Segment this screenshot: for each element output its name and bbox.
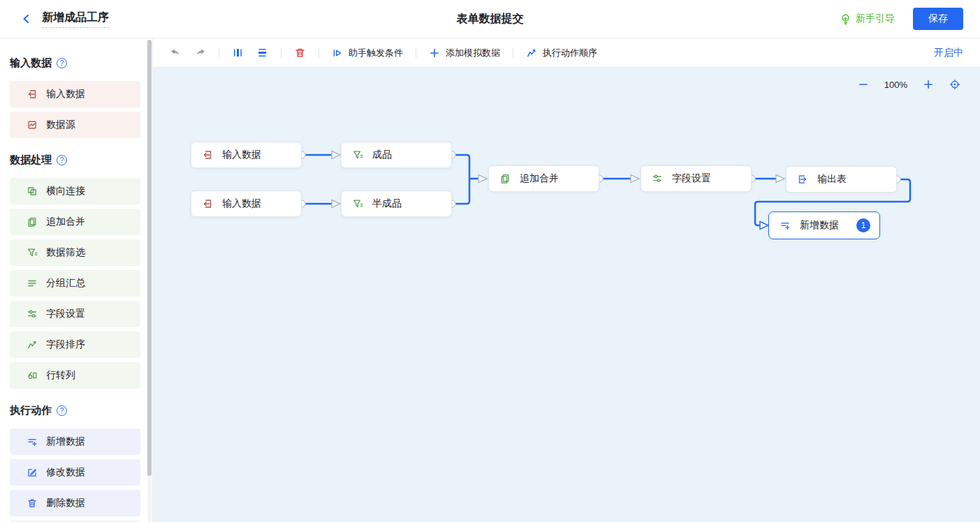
divider xyxy=(416,47,416,58)
back-button[interactable] xyxy=(17,9,36,29)
sidebar-item-label: 修改数据 xyxy=(46,466,85,479)
node-label: 输入数据 xyxy=(222,197,261,210)
sidebar-scrollbar[interactable] xyxy=(147,40,152,522)
fit-view-icon[interactable] xyxy=(949,79,960,90)
help-icon[interactable]: ? xyxy=(57,155,67,165)
row-to-column-icon xyxy=(27,370,38,381)
play-bar-icon xyxy=(332,47,343,59)
doc-export-icon xyxy=(797,174,808,185)
group-summary-icon xyxy=(27,278,38,289)
doc-import-icon xyxy=(202,149,213,161)
sidebar-item-label: 分组汇总 xyxy=(46,277,85,290)
scrollbar-thumb[interactable] xyxy=(147,40,152,476)
sidebar-item-label: 数据筛选 xyxy=(46,246,85,259)
sidebar-item-field-sort[interactable]: 字段排序 xyxy=(10,331,140,358)
section-title-actions: 执行动作 ? xyxy=(10,404,140,417)
zoom-level: 100% xyxy=(884,80,907,90)
sidebar-item-label: 字段排序 xyxy=(46,338,85,351)
add-data-icon xyxy=(27,436,38,447)
workflow-canvas[interactable]: 100% xyxy=(153,68,980,522)
node-label: 追加合并 xyxy=(520,172,559,185)
sort-chart-icon xyxy=(27,339,38,350)
node-filter-finished[interactable]: 成品 xyxy=(341,142,452,168)
save-button[interactable]: 保存 xyxy=(913,8,963,30)
sidebar-item-field-settings[interactable]: 字段设置 xyxy=(10,301,140,327)
filter-icon xyxy=(27,247,38,258)
header: 新增成品工序 表单数据提交 新手引导 保存 xyxy=(0,0,980,38)
canvas-toolbar: 助手触发条件 添加模拟数据 执行动作顺序 开启中 xyxy=(153,38,980,68)
sliders-icon xyxy=(652,173,663,184)
node-label: 新增数据 xyxy=(800,219,839,232)
workflow-editor-app: 新增成品工序 表单数据提交 新手引导 保存 输入数据 ? 输入数据 数据源 xyxy=(0,0,980,522)
sidebar-item-row-to-column[interactable]: 行转列 xyxy=(10,362,140,389)
sidebar-item-edit-data[interactable]: 修改数据 xyxy=(10,459,140,486)
node-filter-semi-finished[interactable]: 半成品 xyxy=(341,191,452,217)
beginner-guide-label: 新手引导 xyxy=(856,13,895,25)
sidebar-item-add-data[interactable]: 新增数据 xyxy=(10,428,140,455)
node-label: 输出表 xyxy=(817,173,847,186)
page-title: 新增成品工序 xyxy=(42,10,109,28)
sidebar-item-data-filter[interactable]: 数据筛选 xyxy=(10,239,140,266)
redo-icon[interactable] xyxy=(194,47,206,59)
sidebar-item-label: 数据源 xyxy=(46,119,75,131)
sidebar-item-input-data[interactable]: 输入数据 xyxy=(10,81,140,107)
node-input-data-1[interactable]: 输入数据 xyxy=(191,142,302,168)
sidebar-item-label: 字段设置 xyxy=(46,308,85,320)
sidebar-item-label: 横向连接 xyxy=(46,185,85,197)
append-merge-icon xyxy=(499,173,511,184)
zoom-out-icon[interactable] xyxy=(858,79,869,90)
doc-import-icon xyxy=(27,89,38,100)
sidebar-item-label: 追加合并 xyxy=(46,216,85,228)
filter-icon xyxy=(352,149,363,161)
node-input-data-2[interactable]: 输入数据 xyxy=(191,191,302,217)
add-mock-data-button[interactable]: 添加模拟数据 xyxy=(429,47,500,59)
sidebar-item-label: 行转列 xyxy=(46,369,75,382)
zoom-in-icon[interactable] xyxy=(923,79,934,90)
sidebar-item-datasource[interactable]: 数据源 xyxy=(10,112,140,138)
sidebar-item-label: 输入数据 xyxy=(46,88,85,100)
section-title-data-processing: 数据处理 ? xyxy=(10,154,140,167)
divider xyxy=(319,47,319,58)
undo-icon[interactable] xyxy=(170,47,182,59)
node-label: 字段设置 xyxy=(672,172,711,185)
trash-icon xyxy=(27,498,38,509)
action-order-button[interactable]: 执行动作顺序 xyxy=(526,47,597,59)
sidebar-item-delete-data[interactable]: 删除数据 xyxy=(10,490,140,516)
delete-icon[interactable] xyxy=(294,47,306,59)
align-horizontal-center-icon[interactable] xyxy=(232,47,244,59)
node-output-table[interactable]: 输出表 xyxy=(786,166,897,193)
plus-icon xyxy=(429,47,440,59)
append-merge-icon xyxy=(27,216,38,228)
connector-layer xyxy=(153,68,980,522)
status-enabled[interactable]: 开启中 xyxy=(934,47,963,59)
node-append-merge[interactable]: 追加合并 xyxy=(488,165,599,192)
sidebar-item-group-summary[interactable]: 分组汇总 xyxy=(10,270,140,297)
order-chart-icon xyxy=(526,47,537,59)
divider xyxy=(281,47,281,58)
section-title-input-data: 输入数据 ? xyxy=(10,57,140,70)
sidebar-item-append-merge[interactable]: 追加合并 xyxy=(10,209,140,235)
divider xyxy=(513,47,513,58)
doc-import-icon xyxy=(202,198,213,209)
sidebar-item-label: 删除数据 xyxy=(46,497,85,509)
assistant-trigger-button[interactable]: 助手触发条件 xyxy=(332,47,403,59)
form-title: 表单数据提交 xyxy=(0,12,980,27)
node-field-settings[interactable]: 字段设置 xyxy=(641,165,752,192)
datasource-icon xyxy=(27,119,38,130)
sidebar-item-horizontal-join[interactable]: 横向连接 xyxy=(10,178,140,204)
node-label: 成品 xyxy=(372,149,392,161)
edit-icon xyxy=(27,467,38,478)
help-icon[interactable]: ? xyxy=(57,405,67,416)
sliders-icon xyxy=(27,308,38,320)
node-add-data[interactable]: 新增数据 1 xyxy=(768,211,880,239)
node-count-badge: 1 xyxy=(856,218,870,232)
filter-icon xyxy=(352,198,363,209)
sidebar: 输入数据 ? 输入数据 数据源 数据处理 ? 横向连接 追加 xyxy=(0,38,153,522)
help-icon[interactable]: ? xyxy=(57,58,67,68)
align-vertical-center-icon[interactable] xyxy=(256,47,268,59)
node-label: 输入数据 xyxy=(222,149,261,161)
node-label: 半成品 xyxy=(372,197,402,210)
horizontal-join-icon xyxy=(27,186,38,197)
beginner-guide-link[interactable]: 新手引导 xyxy=(840,13,895,25)
divider xyxy=(219,47,219,58)
